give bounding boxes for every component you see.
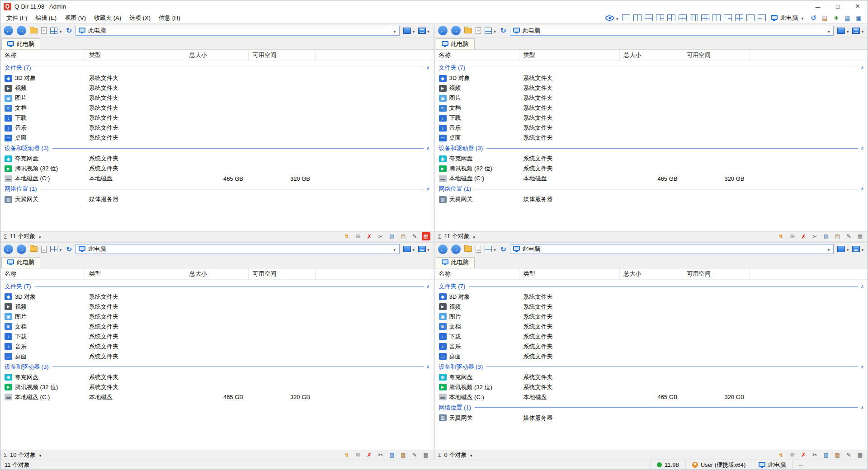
- copy-icon[interactable]: [822, 451, 830, 459]
- grid2-icon[interactable]: [842, 13, 853, 23]
- paste-icon[interactable]: [399, 232, 408, 240]
- column-header[interactable]: 类型: [519, 268, 620, 279]
- menu-item[interactable]: 文件 (F): [2, 13, 31, 24]
- file-item-row[interactable]: 腾讯视频 (32 位) 系统文件夹: [435, 164, 868, 174]
- column-header[interactable]: 名称: [435, 50, 519, 61]
- column-header[interactable]: 名称: [435, 268, 519, 279]
- collapse-chevron-icon[interactable]: [426, 66, 429, 70]
- list-panel-button[interactable]: [852, 245, 864, 253]
- column-header[interactable]: 可用空间: [249, 268, 316, 279]
- refresh-button[interactable]: [500, 26, 506, 35]
- file-item-row[interactable]: 3D 对象 系统文件夹: [435, 292, 868, 302]
- folder-panel-button[interactable]: [403, 27, 415, 34]
- mail-icon[interactable]: [788, 451, 797, 459]
- layout-2-wide-button[interactable]: [711, 13, 722, 23]
- forward-button[interactable]: [17, 26, 26, 35]
- up-button[interactable]: [30, 28, 38, 33]
- copy-icon[interactable]: [388, 232, 396, 240]
- layout-4-columns-button[interactable]: [700, 13, 710, 23]
- tab-this-pc[interactable]: 此电脑: [1, 257, 40, 268]
- pin-icon[interactable]: [831, 13, 841, 23]
- sigma-icon[interactable]: [4, 233, 7, 240]
- address-bar[interactable]: 此电脑: [510, 26, 834, 36]
- view-mode-button[interactable]: [485, 27, 497, 34]
- group-header[interactable]: 网络位置 (1): [435, 183, 868, 194]
- back-button[interactable]: [4, 244, 13, 254]
- menu-item[interactable]: 选项 (X): [125, 13, 155, 24]
- layout-3-left-split-button[interactable]: [666, 13, 676, 23]
- column-header[interactable]: 名称: [0, 50, 85, 61]
- rename-icon[interactable]: [410, 232, 419, 240]
- refresh-button[interactable]: [66, 26, 72, 35]
- view-mode-button[interactable]: [50, 245, 62, 253]
- group-header[interactable]: 设备和驱动器 (3): [435, 143, 868, 154]
- refresh-button[interactable]: [500, 245, 506, 254]
- list-panel-button[interactable]: [418, 27, 430, 34]
- file-item-row[interactable]: 文档 系统文件夹: [0, 322, 434, 332]
- file-item-row[interactable]: 图片 系统文件夹: [0, 93, 434, 103]
- collapse-chevron-icon[interactable]: [861, 66, 864, 70]
- filter-icon[interactable]: [343, 451, 351, 459]
- close-button[interactable]: [848, 0, 868, 12]
- pane-mark-icon[interactable]: [856, 451, 864, 459]
- file-item-row[interactable]: 下载 系统文件夹: [0, 113, 434, 123]
- menu-item[interactable]: 视图 (V): [61, 13, 90, 24]
- minimize-button[interactable]: [808, 0, 828, 12]
- column-header[interactable]: 类型: [519, 50, 620, 61]
- group-header[interactable]: 文件夹 (7): [435, 62, 868, 73]
- layout-2-horizontal-button[interactable]: [643, 13, 654, 23]
- delete-icon[interactable]: [799, 232, 808, 240]
- file-item-row[interactable]: 3D 对象 系统文件夹: [0, 73, 434, 83]
- rename-icon[interactable]: [844, 451, 853, 459]
- group-header[interactable]: 文件夹 (7): [0, 281, 434, 292]
- panel-icon[interactable]: [854, 13, 864, 23]
- sigma-icon[interactable]: [438, 233, 442, 240]
- file-item-row[interactable]: 桌面 系统文件夹: [435, 133, 868, 143]
- file-item-row[interactable]: 3D 对象 系统文件夹: [435, 73, 868, 83]
- back-button[interactable]: [438, 26, 448, 35]
- delete-icon[interactable]: [365, 232, 374, 240]
- clipboard2-icon[interactable]: [820, 13, 830, 23]
- view-mode-button[interactable]: [50, 27, 62, 34]
- file-item-row[interactable]: 天翼网关 媒体服务器: [435, 413, 868, 423]
- column-header[interactable]: 可用空间: [683, 50, 750, 61]
- filter-icon[interactable]: [777, 232, 785, 240]
- layout-left-split-button[interactable]: [756, 13, 767, 23]
- file-item-row[interactable]: 桌面 系统文件夹: [0, 133, 434, 143]
- file-item-row[interactable]: 文档 系统文件夹: [435, 322, 868, 332]
- notes-button[interactable]: [41, 27, 47, 34]
- address-dropdown[interactable]: [824, 244, 830, 254]
- column-header[interactable]: 总大小: [620, 50, 683, 61]
- refresh-button[interactable]: [66, 245, 72, 254]
- group-header[interactable]: 文件夹 (7): [0, 62, 434, 73]
- tab-this-pc[interactable]: 此电脑: [436, 257, 475, 268]
- file-item-row[interactable]: 天翼网关 媒体服务器: [0, 194, 434, 204]
- collapse-chevron-icon[interactable]: [861, 284, 864, 289]
- file-item-row[interactable]: 腾讯视频 (32 位) 系统文件夹: [0, 164, 434, 174]
- tab-this-pc[interactable]: 此电脑: [436, 38, 475, 49]
- file-item-row[interactable]: 夸克网盘 系统文件夹: [435, 372, 868, 382]
- sigma-icon[interactable]: [4, 451, 7, 458]
- column-header[interactable]: 类型: [85, 268, 185, 279]
- file-item-row[interactable]: 夸克网盘 系统文件夹: [0, 372, 434, 382]
- back-button[interactable]: [4, 26, 13, 35]
- address-dropdown[interactable]: [390, 244, 396, 254]
- file-item-row[interactable]: 音乐 系统文件夹: [0, 123, 434, 133]
- group-header[interactable]: 设备和驱动器 (3): [0, 143, 434, 154]
- menu-item[interactable]: 编辑 (E): [31, 13, 61, 24]
- maximize-button[interactable]: [828, 0, 848, 12]
- file-item-row[interactable]: 视频 系统文件夹: [435, 302, 868, 312]
- file-item-row[interactable]: 图片 系统文件夹: [435, 93, 868, 103]
- forward-button[interactable]: [451, 26, 461, 35]
- folder-panel-button[interactable]: [837, 245, 849, 253]
- column-header[interactable]: 可用空间: [249, 50, 316, 61]
- cut-icon[interactable]: [811, 232, 819, 240]
- up-button[interactable]: [30, 246, 38, 252]
- layout-4-grid-button[interactable]: [677, 13, 688, 23]
- file-item-row[interactable]: 腾讯视频 (32 位) 系统文件夹: [0, 382, 434, 392]
- collapse-chevron-icon[interactable]: [861, 405, 864, 410]
- pane-mark-icon[interactable]: [856, 232, 864, 240]
- collapse-chevron-icon[interactable]: [426, 365, 429, 369]
- file-item-row[interactable]: 文档 系统文件夹: [0, 103, 434, 113]
- collapse-chevron-icon[interactable]: [426, 187, 429, 191]
